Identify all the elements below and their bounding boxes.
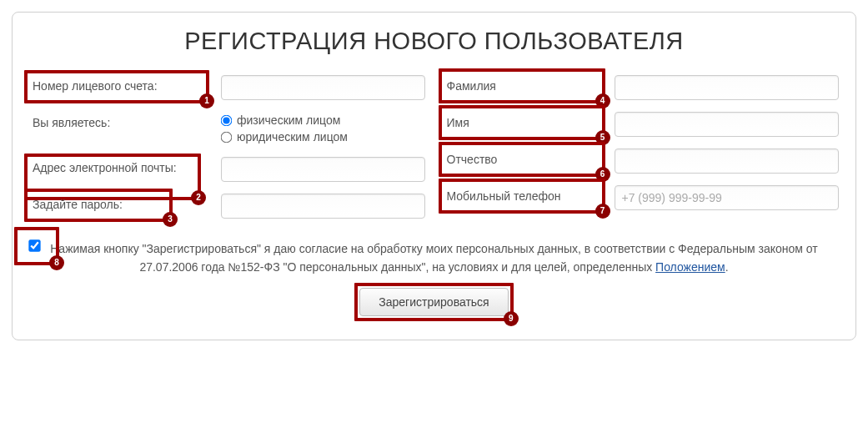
label-name: Имя (447, 116, 469, 129)
label-wrap-patronymic: Отчество 6 (444, 147, 615, 173)
right-column: Фамилия 4 Имя 5 (444, 73, 840, 229)
label-patronymic: Отчество (447, 153, 498, 166)
page-title: РЕГИСТРАЦИЯ НОВОГО ПОЛЬЗОВАТЕЛЯ (29, 28, 839, 55)
surname-input[interactable] (615, 75, 840, 100)
consent-block: 8 Нажимая кнопку "Зарегистрироваться" я … (29, 240, 839, 316)
left-column: Номер лицевого счета: 1 Вы являетесь: фи (29, 73, 425, 229)
consent-checkbox-wrap: 8 (29, 239, 40, 257)
submit-wrap: Зарегистрироваться 9 (359, 288, 508, 316)
label-account: Номер лицевого счета: (33, 79, 158, 93)
badge-4: 4 (595, 93, 610, 108)
radio-legal[interactable]: юридическим лицом (221, 128, 425, 145)
email-input[interactable] (221, 157, 425, 182)
radio-individual-input[interactable] (221, 114, 233, 126)
phone-input[interactable] (615, 185, 840, 210)
row-password: Задайте пароль: 3 (29, 192, 425, 219)
label-phone: Мобильный телефон (447, 189, 561, 203)
entity-radios: физическим лицом юридическим лицом (221, 110, 425, 145)
consent-link[interactable]: Положением (655, 260, 725, 274)
label-surname: Фамилия (447, 79, 496, 93)
label-wrap-entity: Вы являетесь: (29, 110, 221, 136)
label-wrap-name: Имя 5 (444, 110, 615, 136)
row-account: Номер лицевого счета: 1 (29, 73, 425, 100)
badge-3: 3 (163, 212, 178, 227)
label-wrap-phone: Мобильный телефон 7 (444, 184, 615, 209)
label-wrap-account: Номер лицевого счета: 1 (29, 73, 221, 99)
radio-individual[interactable]: физическим лицом (221, 112, 425, 128)
badge-8: 8 (49, 255, 64, 270)
label-password: Задайте пароль: (33, 198, 123, 211)
label-entity: Вы являетесь: (33, 116, 110, 129)
registration-panel: РЕГИСТРАЦИЯ НОВОГО ПОЛЬЗОВАТЕЛЯ Номер ли… (12, 12, 856, 340)
label-wrap-surname: Фамилия 4 (444, 73, 615, 99)
row-name: Имя 5 (444, 110, 840, 137)
radio-individual-label: физическим лицом (237, 113, 340, 127)
row-surname: Фамилия 4 (444, 73, 840, 100)
row-entity-type: Вы являетесь: физическим лицом юридическ… (29, 110, 425, 145)
radio-legal-label: юридическим лицом (237, 130, 348, 143)
badge-6: 6 (595, 167, 610, 182)
badge-1: 1 (199, 93, 214, 108)
patronymic-input[interactable] (615, 149, 840, 174)
label-email: Адрес электронной почты: (33, 161, 177, 174)
badge-7: 7 (595, 204, 610, 219)
row-phone: Мобильный телефон 7 (444, 184, 840, 210)
radio-legal-input[interactable] (221, 131, 233, 143)
label-wrap-email: Адрес электронной почты: 2 (29, 155, 221, 181)
account-input[interactable] (221, 75, 425, 100)
row-patronymic: Отчество 6 (444, 147, 840, 174)
password-input[interactable] (221, 194, 425, 219)
consent-checkbox[interactable] (28, 239, 40, 251)
form-columns: Номер лицевого счета: 1 Вы являетесь: фи (29, 73, 839, 229)
row-email: Адрес электронной почты: 2 (29, 155, 425, 182)
submit-button[interactable]: Зарегистрироваться (359, 288, 508, 316)
badge-5: 5 (595, 130, 610, 145)
name-input[interactable] (615, 112, 840, 137)
label-wrap-password: Задайте пароль: 3 (29, 192, 221, 218)
consent-dot: . (725, 260, 729, 274)
